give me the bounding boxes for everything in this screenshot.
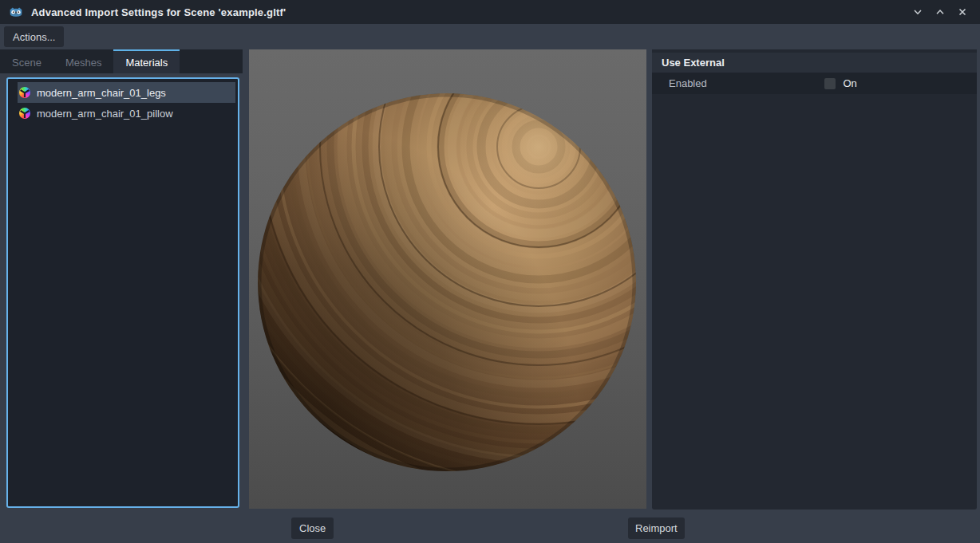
material-sphere-icon <box>19 108 30 119</box>
material-item-label: modern_arm_chair_01_pillow <box>37 108 173 120</box>
reimport-button[interactable]: Reimport <box>628 517 685 539</box>
property-label: Enabled <box>652 77 815 89</box>
window-maximize-button[interactable] <box>931 2 950 22</box>
window-controls <box>908 2 972 22</box>
enabled-checkbox-control[interactable]: On <box>815 77 857 89</box>
window-title: Advanced Import Settings for Scene 'exam… <box>31 6 286 18</box>
chevron-down-icon <box>912 6 923 18</box>
checkbox-label: On <box>844 77 857 89</box>
material-item-pillow[interactable]: modern_arm_chair_01_pillow <box>18 103 235 124</box>
godot-logo-icon <box>8 4 24 20</box>
close-button[interactable]: Close <box>291 517 334 539</box>
material-preview-viewport[interactable] <box>249 49 646 509</box>
chevron-up-icon <box>935 6 946 18</box>
category-use-external[interactable]: Use External <box>652 53 977 73</box>
tab-scene[interactable]: Scene <box>0 49 53 73</box>
window-close-button[interactable] <box>953 2 972 22</box>
tab-bar: Scene Meshes Materials <box>0 49 243 73</box>
tab-materials[interactable]: Materials <box>113 49 180 73</box>
material-item-legs[interactable]: modern_arm_chair_01_legs <box>18 82 235 103</box>
actions-menu-button[interactable]: Actions... <box>4 26 64 47</box>
import-settings-inspector: Use External Enabled On <box>652 49 977 510</box>
property-row-enabled: Enabled On <box>652 73 977 94</box>
wood-sphere-preview <box>249 49 646 509</box>
materials-list: modern_arm_chair_01_legs modern_arm_chai… <box>6 77 239 508</box>
checkbox-icon <box>824 78 836 89</box>
window-shade-button[interactable] <box>908 2 927 22</box>
material-sphere-icon <box>19 87 30 98</box>
tab-meshes[interactable]: Meshes <box>53 49 114 73</box>
material-item-label: modern_arm_chair_01_legs <box>37 87 166 99</box>
close-icon <box>957 6 968 18</box>
titlebar: Advanced Import Settings for Scene 'exam… <box>0 0 980 24</box>
